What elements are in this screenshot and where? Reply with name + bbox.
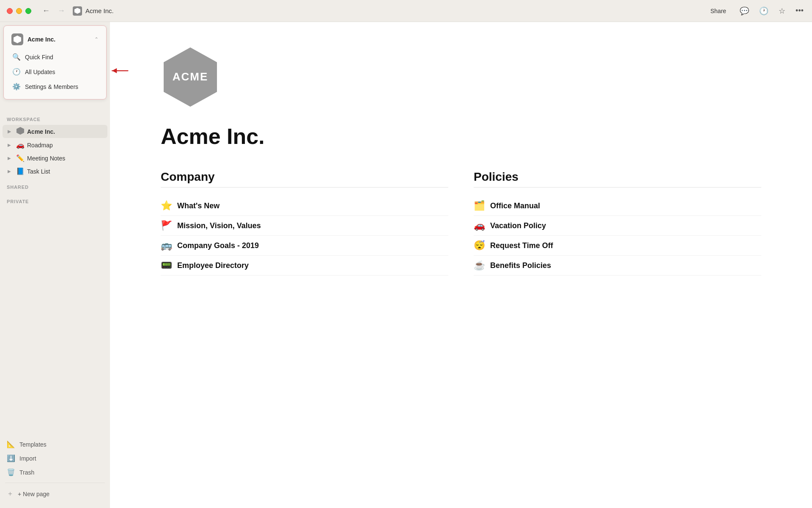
popup-workspace-name: Acme Inc.	[27, 36, 90, 43]
sidebar-templates[interactable]: 📐 Templates	[0, 437, 110, 451]
new-page-button[interactable]: ＋ + New page	[0, 486, 110, 501]
title-bar: ← → Acme Inc. Share 💬 🕐 ☆ •••	[0, 0, 812, 22]
link-mission[interactable]: 🚩 Mission, Vision, Values	[161, 216, 448, 236]
main-content: ACME Acme Inc. Company ⭐ What's New 🚩 Mi…	[110, 22, 812, 508]
more-options-button[interactable]: •••	[794, 5, 805, 17]
task-list-emoji-icon: 📘	[16, 167, 25, 175]
sidebar-divider	[5, 483, 105, 483]
sidebar-item-acme-inc[interactable]: ▶ Acme Inc.	[3, 125, 107, 138]
sidebar-trash-label: Trash	[19, 469, 34, 476]
pager-icon: 📟	[161, 260, 172, 271]
link-employee-directory[interactable]: 📟 Employee Directory	[161, 256, 448, 276]
workspace-hex-icon	[74, 8, 80, 14]
comment-icon-button[interactable]: 💬	[738, 5, 751, 17]
page-title: Acme Inc.	[161, 124, 761, 149]
sidebar-item-meeting-notes[interactable]: ▶ ✏️ Meeting Notes	[3, 152, 107, 164]
acme-hex-small-icon	[16, 127, 25, 136]
company-goals-label: Company Goals - 2019	[177, 241, 259, 250]
link-vacation-policy[interactable]: 🚗 Vacation Policy	[474, 216, 761, 236]
chevron-right-icon-2: ▶	[8, 156, 14, 160]
templates-icon: 📐	[7, 440, 15, 448]
breadcrumb: Acme Inc.	[73, 6, 700, 16]
sidebar-import-label: Import	[19, 455, 36, 462]
private-section-label: PRIVATE	[0, 192, 110, 207]
app-body: Acme Inc. ⌃ 🔍 Quick Find 🕐 All Updates ⚙…	[0, 22, 812, 508]
back-button[interactable]: ←	[40, 6, 52, 16]
chevron-down-icon: ▶	[8, 129, 14, 134]
car-icon: 🚗	[474, 220, 485, 231]
link-whats-new[interactable]: ⭐ What's New	[161, 196, 448, 216]
popup-quick-find[interactable]: 🔍 Quick Find	[7, 50, 103, 64]
breadcrumb-title: Acme Inc.	[85, 7, 114, 14]
request-time-off-label: Request Time Off	[490, 241, 553, 250]
chevron-right-icon-3: ▶	[8, 169, 14, 174]
link-company-goals[interactable]: 🚌 Company Goals - 2019	[161, 236, 448, 256]
popup-quick-find-label: Quick Find	[25, 54, 53, 61]
gear-icon: ⚙️	[12, 83, 21, 91]
content-columns: Company ⭐ What's New 🚩 Mission, Vision, …	[161, 170, 761, 276]
nav-buttons: ← →	[40, 6, 68, 16]
meeting-notes-emoji-icon: ✏️	[16, 154, 25, 162]
close-button[interactable]	[7, 8, 13, 14]
sidebar-trash[interactable]: 🗑️ Trash	[0, 465, 110, 479]
minimize-button[interactable]	[16, 8, 22, 14]
sidebar-meeting-notes-label: Meeting Notes	[27, 155, 65, 162]
workspace-section-label: WORKSPACE	[0, 110, 110, 124]
forward-button[interactable]: →	[55, 6, 68, 16]
company-column: Company ⭐ What's New 🚩 Mission, Vision, …	[161, 170, 448, 276]
mission-label: Mission, Vision, Values	[177, 221, 261, 230]
maximize-button[interactable]	[25, 8, 31, 14]
share-button[interactable]: Share	[705, 6, 731, 16]
flag-icon: 🚩	[161, 220, 172, 231]
bus-icon: 🚌	[161, 240, 172, 251]
popup-hex-icon	[14, 36, 21, 43]
favorite-icon-button[interactable]: ☆	[777, 5, 787, 17]
popup-workspace-icon	[11, 33, 23, 45]
star-icon: ⭐	[161, 200, 172, 211]
benefits-policies-label: Benefits Policies	[490, 261, 551, 270]
employee-directory-label: Employee Directory	[177, 261, 249, 270]
whats-new-label: What's New	[177, 202, 219, 210]
policies-column: Policies 🗂️ Office Manual 🚗 Vacation Pol…	[474, 170, 761, 276]
trash-icon: 🗑️	[7, 468, 15, 476]
traffic-lights	[7, 8, 31, 14]
sidebar-templates-label: Templates	[19, 441, 47, 448]
new-page-label: + New page	[18, 491, 49, 497]
link-benefits-policies[interactable]: ☕ Benefits Policies	[474, 256, 761, 276]
plus-icon: ＋	[7, 489, 14, 498]
acme-logo-hex: ACME	[161, 47, 220, 107]
search-icon: 🔍	[12, 53, 21, 61]
link-request-time-off[interactable]: 😴 Request Time Off	[474, 236, 761, 256]
header-actions: Share 💬 🕐 ☆ •••	[705, 5, 805, 17]
import-icon: ⬇️	[7, 454, 15, 462]
sidebar-item-roadmap[interactable]: ▶ 🚗 Roadmap	[3, 139, 107, 151]
arrow-annotation	[106, 62, 131, 79]
sidebar-import[interactable]: ⬇️ Import	[0, 451, 110, 465]
popup-chevron-icon: ⌃	[94, 36, 99, 42]
coffee-icon: ☕	[474, 260, 485, 271]
history-icon-button[interactable]: 🕐	[757, 5, 770, 17]
sidebar-roadmap-label: Roadmap	[27, 142, 53, 149]
svg-marker-1	[112, 68, 117, 73]
sidebar: Acme Inc. ⌃ 🔍 Quick Find 🕐 All Updates ⚙…	[0, 22, 110, 508]
popup-menu: Acme Inc. ⌃ 🔍 Quick Find 🕐 All Updates ⚙…	[3, 25, 107, 99]
popup-settings[interactable]: ⚙️ Settings & Members	[7, 79, 103, 94]
popup-all-updates[interactable]: 🕐 All Updates	[7, 64, 103, 79]
clock-icon: 🕐	[12, 68, 21, 76]
popup-settings-label: Settings & Members	[25, 83, 78, 90]
company-column-title: Company	[161, 170, 448, 188]
sleepy-icon: 😴	[474, 240, 485, 251]
sidebar-task-list-label: Task List	[27, 168, 50, 175]
sidebar-bottom: 📐 Templates ⬇️ Import 🗑️ Trash ＋ + New p…	[0, 437, 110, 508]
popup-all-updates-label: All Updates	[25, 69, 55, 75]
policies-column-title: Policies	[474, 170, 761, 188]
chevron-right-icon: ▶	[8, 143, 14, 147]
vacation-policy-label: Vacation Policy	[490, 221, 546, 230]
workspace-icon	[73, 6, 82, 16]
office-manual-icon: 🗂️	[474, 200, 485, 211]
popup-workspace-row[interactable]: Acme Inc. ⌃	[7, 31, 103, 48]
link-office-manual[interactable]: 🗂️ Office Manual	[474, 196, 761, 216]
office-manual-label: Office Manual	[490, 202, 540, 210]
shared-section-label: SHARED	[0, 178, 110, 192]
sidebar-item-task-list[interactable]: ▶ 📘 Task List	[3, 165, 107, 177]
